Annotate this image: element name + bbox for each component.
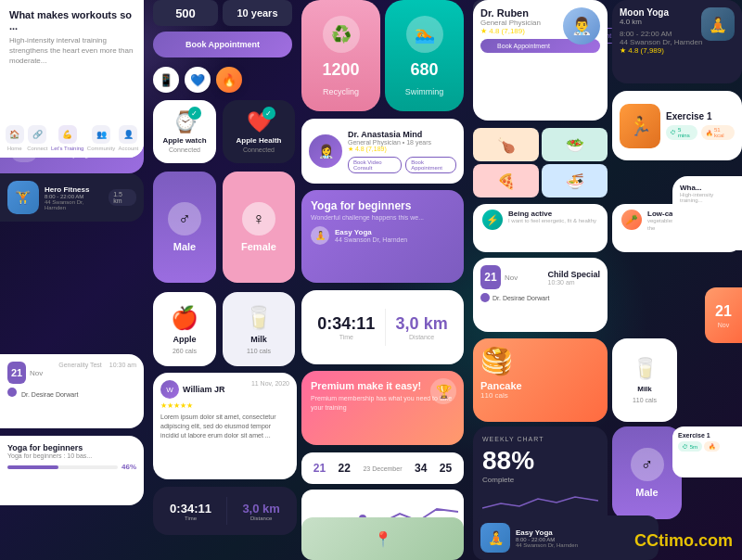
child-appt-time: 10:30 am: [547, 279, 600, 286]
food-grid-3: 🍕: [473, 164, 539, 197]
home-icon: 🏠: [6, 125, 24, 144]
date-21[interactable]: 21: [313, 462, 326, 475]
active-icon: ⚡: [482, 210, 503, 230]
health-icon-wrapper: ❤️ ✓: [247, 110, 272, 134]
teacher-name: Easy Yoga: [335, 228, 407, 236]
appt-date-badge: 21 Nov Generality Test 10:30 am: [7, 362, 136, 384]
teacher-info: Easy Yoga 44 Swanson Dr, Harnden: [335, 228, 407, 243]
reviewer-avatar: W: [160, 380, 179, 399]
nov-num: 21: [715, 303, 732, 320]
appt-doctor: Dr. Desirae Dorwart: [7, 388, 136, 398]
map-placeholder: 📍: [301, 517, 464, 560]
exercise-card: 🏃 Exercise 1 ⏱ 5 mins 🔥 51 kcal: [612, 91, 742, 160]
wc-label: WEEKLY CHART: [482, 436, 598, 442]
review-text: Lorem ipsum dolor sit amet, consectetur …: [160, 413, 289, 439]
male-right-icon: ♂: [631, 448, 664, 481]
progress-bar-bg: [7, 465, 118, 469]
timer-dist-label: Distance: [396, 334, 448, 340]
milk-sm-card: 🥛 Milk 110 cals: [612, 338, 677, 422]
food-grid: 🍗 🥗 🍕 🍜: [473, 128, 608, 197]
child-date-month: Nov: [505, 274, 518, 282]
workout-title: What makes workouts so ...: [9, 9, 134, 32]
ert-mins: ⏱ 5m: [678, 441, 702, 452]
recycling-label: Recycling: [323, 87, 359, 96]
child-appt-header: 21 Nov Child Special 10:30 am: [480, 265, 600, 289]
milk-sm-cal: 110 cals: [633, 397, 657, 403]
date-25-num: 25: [440, 462, 452, 475]
moon-yoga-rating: ★ 4.8 (7,989): [620, 46, 735, 55]
male-right-label: Male: [635, 487, 658, 498]
run-dist-stat: 3,0 km Distance: [242, 502, 279, 521]
hero-addr: 44 Swanson Dr, Harnden: [45, 199, 103, 210]
dr-ruben-card: 👨‍⚕️ Dr. Ruben General Physician ★ 4.8 (…: [473, 0, 608, 121]
nav-account[interactable]: 👤 Account: [119, 125, 139, 151]
child-doc-dot: [480, 293, 490, 302]
anastasia-spec: General Physician • 18 years: [348, 139, 456, 146]
stat-divider: [226, 497, 227, 525]
nav-row: 🏠 Home 🔗 Connect 💪 Let's Training 👥 Comm…: [0, 119, 144, 158]
book-appointment-button[interactable]: Book Appointment: [153, 32, 292, 57]
health-connected-badge: ✓: [262, 107, 275, 120]
child-date-num: 21: [480, 265, 501, 289]
anastasia-name: Dr. Anastasia Mind: [348, 130, 456, 139]
run-time-stat: 0:34:11 Time: [170, 502, 211, 521]
review-card: W William JR 11 Nov, 2020 ★★★★★ Lorem ip…: [153, 373, 297, 479]
date-22-num: 22: [339, 462, 351, 475]
nav-community[interactable]: 👥 Community: [87, 125, 115, 151]
nav-home[interactable]: 🏠 Home: [6, 125, 24, 151]
map-card: 📍: [301, 517, 464, 560]
date-dec: 23 December: [363, 465, 402, 472]
review-date: 11 Nov, 2020: [251, 380, 289, 399]
ert-label: Exercise 1: [678, 432, 736, 439]
nav-connect[interactable]: 🔗 Connect: [27, 125, 47, 151]
progress-bar-fill: [7, 465, 58, 469]
gender-female-card: ♀ Female: [223, 172, 295, 283]
device-icon-phone: 📱: [153, 67, 179, 93]
female-label: Female: [241, 241, 276, 252]
appt-date-num: 21: [7, 362, 26, 384]
appt-title: Generality Test: [58, 362, 102, 384]
recycling-count: 1200: [322, 60, 359, 80]
wh-teaser: Wha... High-intensity training...: [672, 176, 742, 250]
apple-emoji: 🍎: [171, 305, 198, 331]
lowcarb-icon: 🥕: [621, 210, 642, 230]
nav-account-label: Account: [119, 146, 139, 151]
yoga-teacher-row: 🧘 Easy Yoga 44 Swanson Dr, Harnden: [311, 226, 454, 245]
child-doctor-row: Dr. Desirae Dorwart: [480, 293, 600, 302]
pancake-cal: 110 cals: [480, 391, 600, 400]
reviewer-name: William JR: [183, 385, 224, 394]
hero-info: Hero Fitness 8:00 - 22:00 AM 44 Swanson …: [45, 185, 103, 210]
exercise-badges: ⏱ 5 mins 🔥 51 kcal: [666, 125, 735, 140]
date-25: 25: [440, 462, 452, 475]
map-pin-icon: 📍: [374, 530, 392, 548]
premium-icon: 🏆: [430, 378, 456, 404]
male-right-card: ♂ Male: [612, 426, 682, 519]
food-grid-4: 🍜: [542, 164, 608, 197]
reviewer-info: W William JR: [160, 380, 224, 399]
gender-male-card: ♂ Male: [153, 172, 216, 283]
female-icon: ♀: [242, 202, 275, 235]
recycling-card: ♻️ 1200 Recycling: [301, 0, 380, 111]
nav-community-label: Community: [87, 146, 115, 151]
date-21-num: 21: [313, 462, 326, 475]
nav-home-label: Home: [7, 146, 22, 151]
anastasia-appt-btn[interactable]: Book Appointment: [405, 157, 456, 173]
exercise-right-teaser: Exercise 1 ⏱ 5m 🔥: [672, 426, 742, 477]
food-apple-card: 🍎 Apple 260 cals: [153, 292, 216, 366]
nav-connect-label: Connect: [27, 146, 47, 151]
date-22[interactable]: 22: [339, 462, 351, 475]
pancake-emoji: 🥞: [480, 346, 600, 376]
date-34-num: 34: [415, 462, 427, 475]
food-grid-1: 🍗: [473, 128, 539, 161]
nav-training[interactable]: 💪 Let's Training: [51, 125, 84, 151]
nov-month: Nov: [718, 322, 729, 328]
appt-card-left: 21 Nov Generality Test 10:30 am Dr. Desi…: [0, 354, 144, 428]
anastasia-video-btn[interactable]: Book Video Consult: [348, 157, 402, 173]
ert-badges: ⏱ 5m 🔥: [678, 441, 736, 452]
watch-icon-wrapper: ⌚ ✓: [173, 110, 198, 134]
exercise-thumb: 🏃: [620, 104, 660, 148]
milk-emoji: 🥛: [245, 305, 273, 331]
moon-yoga-thumb: 🧘: [701, 7, 735, 41]
hero-card: 🏋️ Hero Fitness 8:00 - 22:00 AM 44 Swans…: [0, 173, 144, 222]
timer-time-val: 0:34:11 Time: [317, 314, 375, 340]
